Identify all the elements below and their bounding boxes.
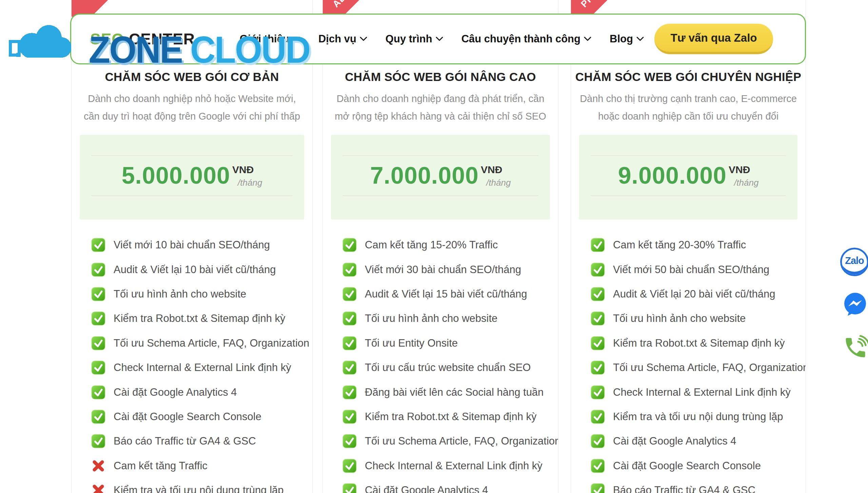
check-icon (591, 483, 605, 493)
feature-item: Audit & Viết lại 10 bài viết cũ/tháng (91, 257, 307, 282)
check-icon (342, 287, 357, 301)
feature-text: Viết mới 30 bài chuẩn SEO/tháng (365, 264, 521, 276)
feature-item: Tối ưu Schema Article, FAQ, Organization (91, 331, 307, 355)
feature-text: Tối ưu hình ảnh cho website (613, 312, 746, 325)
chevron-down-icon (636, 37, 644, 41)
feature-text: Audit & Viết lại 10 bài viết cũ/tháng (114, 264, 276, 276)
feature-item: Kiểm tra Robot.txt & Sitemap định kỳ (91, 306, 307, 331)
price-amount: 5.000.000 (122, 163, 230, 188)
feature-item: Audit & Viết lại 20 bài viết cũ/tháng (591, 282, 800, 306)
feature-item: Tối ưu hình ảnh cho website (591, 306, 800, 331)
check-icon (91, 287, 105, 301)
feature-item: Check Internal & External Link định kỳ (591, 380, 800, 404)
check-icon-svg (591, 361, 605, 375)
feature-text: Tối ưu Schema Article, FAQ, Organization (114, 337, 309, 349)
check-icon-svg (342, 483, 357, 493)
pricing-card-professional: PROF CHĂM SÓC WEB GÓI CHUYÊN NGHIỆP Dành… (571, 0, 806, 493)
check-icon-svg (342, 336, 357, 350)
check-icon (342, 361, 357, 375)
check-icon (91, 434, 105, 448)
check-icon (342, 459, 357, 473)
nav-item-label: Blog (610, 33, 633, 45)
check-icon-svg (91, 238, 105, 252)
feature-text: Tối ưu Entity Onsite (365, 337, 458, 349)
feature-item: Tối ưu hình ảnh cho website (342, 306, 553, 331)
feature-item: Kiểm tra và tối ưu nội dung trùng lặp (91, 478, 307, 493)
feature-text: Check Internal & External Link định kỳ (114, 362, 291, 374)
feature-item: Kiểm tra Robot.txt & Sitemap định kỳ (591, 331, 800, 355)
check-icon-svg (591, 263, 605, 277)
check-icon (91, 361, 105, 375)
nav-item-2[interactable]: Dịch vụ (318, 33, 367, 45)
nav-item-label: Dịch vụ (318, 33, 356, 45)
card-description: Dành cho doanh nghiệp nhỏ hoặc Website m… (83, 90, 300, 125)
check-icon (342, 263, 357, 277)
check-icon-svg (91, 311, 105, 326)
check-icon-svg (591, 410, 605, 424)
check-icon (591, 459, 605, 473)
check-icon-svg (591, 336, 605, 350)
zalo-cta-button[interactable]: Tư vấn qua Zalo (654, 24, 773, 54)
feature-list: Cam kết tăng 20-30% TrafficViết mới 50 b… (591, 233, 800, 493)
messenger-float-button[interactable] (843, 292, 867, 316)
price-divider-top (342, 156, 538, 156)
price-divider-bottom (591, 196, 786, 196)
check-icon-svg (342, 410, 357, 424)
check-icon (91, 238, 105, 252)
feature-text: Kiểm tra Robot.txt & Sitemap định kỳ (365, 411, 537, 423)
nav-item-3[interactable]: Quy trình (386, 33, 443, 45)
card-title: CHĂM SÓC WEB GÓI CHUYÊN NGHIỆP (571, 70, 806, 84)
feature-text: Cam kết tăng 15-20% Traffic (365, 239, 498, 251)
price-divider-top (91, 156, 293, 156)
price-divider-bottom (91, 196, 293, 196)
check-icon (342, 483, 357, 493)
card-title: CHĂM SÓC WEB GÓI CƠ BẢN (72, 70, 312, 84)
nav-item-4[interactable]: Câu chuyện thành công (461, 33, 591, 45)
feature-item: Cam kết tăng Traffic (91, 454, 307, 478)
check-icon-svg (342, 238, 357, 252)
check-icon (591, 311, 605, 326)
check-icon-svg (591, 385, 605, 399)
feature-text: Tối ưu Schema Article, FAQ, Organization (613, 362, 806, 374)
site-logo[interactable]: SEO CENTER. (90, 30, 200, 48)
nav-item-1[interactable]: Giới thiệu (240, 33, 300, 45)
check-icon-svg (591, 434, 605, 448)
price-amount: 7.000.000 (370, 163, 479, 188)
check-icon-svg (342, 263, 357, 277)
nav-item-label: Giới thiệu (240, 33, 289, 45)
feature-item: Cài đặt Google Search Console (91, 405, 307, 429)
chevron-down-icon (293, 37, 300, 41)
check-icon-svg (91, 385, 105, 399)
feature-item: Kiểm tra và tối ưu nội dung trùng lặp (591, 405, 800, 429)
check-icon-svg (591, 238, 605, 252)
feature-text: Check Internal & External Link định kỳ (613, 386, 791, 398)
feature-text: Báo cáo Traffic từ GA4 & GSC (114, 435, 256, 447)
check-icon (91, 311, 105, 326)
check-icon (591, 410, 605, 424)
feature-item: Báo cáo Traffic từ GA4 & GSC (91, 429, 307, 453)
price-currency: VNĐ (481, 165, 511, 175)
feature-text: Tối ưu hình ảnh cho website (114, 288, 246, 300)
feature-item: Audit & Viết lại 15 bài viết cũ/tháng (342, 282, 553, 306)
price-period: /tháng (734, 178, 758, 188)
check-icon-svg (91, 361, 105, 375)
pricing-cards-row: CHĂM SÓC WEB GÓI CƠ BẢN Dành cho doanh n… (0, 0, 868, 493)
feature-item: Cài đặt Google Analytics 4 (342, 478, 553, 493)
check-icon (591, 361, 605, 375)
nav-item-label: Câu chuyện thành công (461, 33, 580, 45)
feature-item: Check Internal & External Link định kỳ (91, 355, 307, 380)
feature-item: Viết mới 50 bài chuẩn SEO/tháng (591, 257, 800, 282)
phone-float-button[interactable] (843, 335, 868, 361)
price-currency: VNĐ (232, 165, 262, 175)
zalo-float-button[interactable]: Zalo (840, 248, 868, 276)
messenger-icon (843, 292, 867, 316)
price-period: /tháng (238, 178, 262, 188)
nav-item-5[interactable]: Blog (610, 33, 644, 45)
check-icon-svg (91, 263, 105, 277)
feature-list: Viết mới 10 bài chuẩn SEO/thángAudit & V… (91, 233, 307, 493)
check-icon-svg (342, 434, 357, 448)
cross-icon-svg (91, 483, 105, 493)
check-icon (91, 263, 105, 277)
check-icon-svg (342, 385, 357, 399)
zalo-icon: Zalo (845, 255, 864, 266)
